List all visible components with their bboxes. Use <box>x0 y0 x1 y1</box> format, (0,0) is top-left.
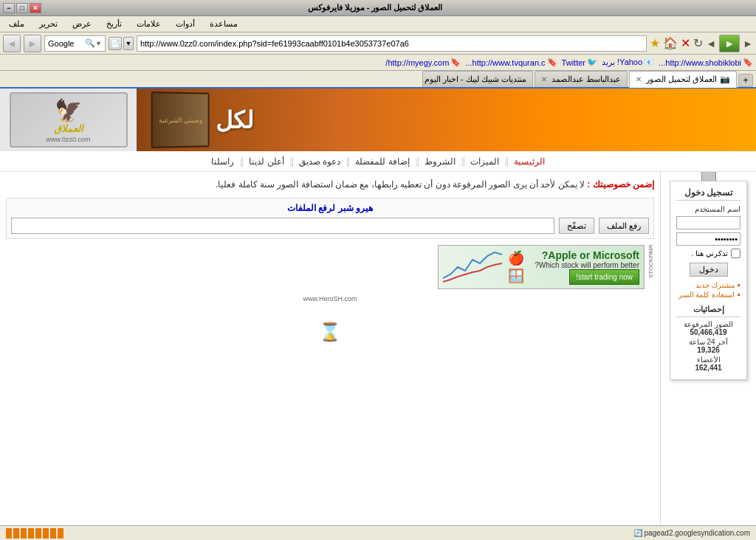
search-dropdown-icon[interactable]: ▼ <box>95 40 102 47</box>
window-controls[interactable]: − □ ✕ <box>3 3 41 13</box>
bookmark-icon: 🔖 <box>547 58 557 67</box>
menu-help[interactable]: مساعدة <box>207 18 241 30</box>
browse-button[interactable]: تصفّح <box>559 218 594 234</box>
forgot-password-link[interactable]: استعادة كلمة السر <box>676 291 740 299</box>
menubar: مساعدة أدوات علامات تأريخ عرض تحرير ملف <box>0 16 756 32</box>
login-form: اسم المستخدم تذكرني هنا . دخول <box>676 205 740 277</box>
site-header: 🦅 العملاق www.0zz0.com وصيتي الشرعية لكل… <box>0 89 756 151</box>
progress-block-6 <box>43 528 49 539</box>
nav-contact[interactable]: راسلنا <box>205 156 240 167</box>
register-link[interactable]: مشترك جديد <box>676 281 740 289</box>
upload-section: هيرو شبر لرفع الملفات رفع الملف تصفّح <box>6 198 654 239</box>
nav-features[interactable]: الميزات <box>464 156 505 167</box>
bookmark-tvquran[interactable]: 🔖 http://www.tvquran.c... <box>465 58 557 67</box>
bookmark-icon: 🔖 <box>450 58 461 67</box>
tabs-bar: + 📷 العملاق لتحميل الصور ✕ عبدالباسط عبد… <box>0 71 756 89</box>
menu-history[interactable]: تأريخ <box>103 18 125 30</box>
maximize-button[interactable]: □ <box>16 3 28 13</box>
twitter-icon: 🐦 <box>587 58 597 67</box>
stats-box: إحصائيات الصور المرفوعة 50,466,419 آخر 2… <box>676 305 740 372</box>
nav-add-fav[interactable]: إضافة للمفضلة <box>348 156 415 167</box>
menu-view[interactable]: عرض <box>69 18 94 30</box>
menu-bookmarks[interactable]: علامات <box>134 18 164 30</box>
windows-logo-icon: 🪟 <box>508 268 524 284</box>
bookmark-icon: 🔖 <box>743 58 753 67</box>
new-tab-button[interactable]: + <box>738 74 753 87</box>
upload-button[interactable]: رفع الملف <box>599 218 649 234</box>
progress-area <box>6 528 63 539</box>
back-button[interactable]: ◄ <box>3 35 21 52</box>
home-button[interactable]: 🏠 <box>663 36 678 50</box>
bookmark-shobiklobi[interactable]: 🔖 http://www.shobiklobi... <box>659 58 753 67</box>
search-icon[interactable]: 🔍 <box>85 38 95 48</box>
search-input[interactable] <box>48 39 85 48</box>
stat-row-members: الأعضاء 162,441 <box>676 356 740 372</box>
go-button[interactable]: ► <box>719 35 740 52</box>
bookmarks-bar: 🔖 http://www.shobiklobi... 📧 Yahoo! بريد… <box>0 55 756 71</box>
search-box[interactable]: 🔍 ▼ <box>44 35 106 52</box>
tab-close-button[interactable]: ✕ <box>636 75 642 83</box>
ad-text: Apple or Microsoft? Which stock will per… <box>530 249 639 285</box>
tab-active[interactable]: 📷 العملاق لتحميل الصور ✕ <box>629 71 737 88</box>
tab-abdulbasit[interactable]: عبدالباسط عبدالصمد ✕ <box>535 71 628 87</box>
loading-icon: 🔄 <box>633 529 642 537</box>
site-banner: وصيتي الشرعية لكل مسلم <box>137 89 756 151</box>
login-button[interactable]: دخول <box>690 263 728 277</box>
apple-logo-icon: 🍎 <box>508 250 524 266</box>
upload-input[interactable] <box>11 218 554 234</box>
nav-terms[interactable]: الشروط <box>418 156 461 167</box>
bookmark-twitter[interactable]: 🐦 Twitter <box>562 58 597 67</box>
menu-tools[interactable]: أدوات <box>173 18 198 30</box>
site-nav: الرئيسية | الميزات | الشروط | إضافة للمف… <box>0 151 756 172</box>
bookmark-myegy[interactable]: 🔖 http://myegy.com/ <box>385 58 461 67</box>
progress-block-5 <box>35 528 41 539</box>
hourglass-icon: ⌛ <box>319 322 341 342</box>
address-bar[interactable] <box>137 35 647 52</box>
ad-chart <box>443 249 502 285</box>
logo-url: www.0zz0.com <box>46 136 90 143</box>
username-input[interactable] <box>676 216 740 229</box>
ad-button[interactable]: start trading now! <box>569 269 639 285</box>
toolbar: ◄ ► 🔍 ▼ 📄 ▼ ★ 🏠 ✕ ↻ ◄ ► ► <box>0 32 756 55</box>
loading-area: ⌛ <box>6 302 654 361</box>
logo-eagle-icon: 🦅 <box>55 97 82 123</box>
minimize-button[interactable]: − <box>3 3 15 13</box>
forward-button[interactable]: ► <box>24 35 41 52</box>
ad-title: Apple or Microsoft? <box>530 249 639 261</box>
login-box: تسجيل دخول اسم المستخدم تذكرني هنا . <box>670 181 747 380</box>
ad-banner: Apple or Microsoft? Which stock will per… <box>438 245 645 289</box>
ad-subtitle: Which stock will perform better? <box>530 261 639 269</box>
nav-home[interactable]: الرئيسية <box>507 156 551 167</box>
nav-invite[interactable]: دعوة صديق <box>292 156 346 167</box>
stats-title: إحصائيات <box>676 305 740 317</box>
address-input[interactable] <box>140 39 643 48</box>
banner-book: وصيتي الشرعية <box>151 91 210 148</box>
stop-button[interactable]: ✕ <box>681 36 690 50</box>
menu-file[interactable]: ملف <box>6 18 27 30</box>
remember-checkbox[interactable] <box>731 249 740 258</box>
tab-montadayat[interactable]: منتديات شبيك لبيك - اخبار اليوم ✕ <box>422 71 533 87</box>
bookmark-star-button[interactable]: ★ <box>650 36 660 50</box>
nav-arrow-left[interactable]: ◄ <box>706 38 716 49</box>
ad-source: www.HeroSH.com <box>6 295 654 302</box>
progress-block-8 <box>58 528 63 539</box>
nav-advertise[interactable]: أعلن لدينا <box>242 156 289 167</box>
privacy-notice: إضمن خصوصيتك : لا يمكن لأحد أن يرى الصور… <box>6 178 654 192</box>
tab-close-button[interactable]: ✕ <box>541 75 547 83</box>
stat-row-24h: آخر 24 ساعة 19,326 <box>676 338 740 354</box>
status-text: 🔄 pagead2.googlesyndication.com <box>633 529 750 537</box>
close-button[interactable]: ✕ <box>30 3 41 13</box>
stat-row-uploaded: الصور المرفوعة 50,466,419 <box>676 320 740 336</box>
refresh-button[interactable]: ↻ <box>693 36 703 50</box>
nav-arrow-right[interactable]: ► <box>743 38 753 49</box>
upload-title: هيرو شبر لرفع الملفات <box>11 203 649 213</box>
bookmark-yahoo[interactable]: 📧 Yahoo! بريد <box>602 58 654 67</box>
site-sidebar: تسجيل دخول اسم المستخدم تذكرني هنا . <box>660 172 756 525</box>
login-title: تسجيل دخول <box>676 187 740 201</box>
password-input[interactable] <box>676 232 740 246</box>
progress-block-1 <box>6 528 12 539</box>
menu-edit[interactable]: تحرير <box>36 18 61 30</box>
ad-area: STOCKPAIR Apple or Microsoft? Which stoc… <box>6 245 654 289</box>
site-wrapper: 🦅 العملاق www.0zz0.com وصيتي الشرعية لكل… <box>0 89 756 525</box>
page-dropdown[interactable]: ▼ <box>123 37 134 50</box>
